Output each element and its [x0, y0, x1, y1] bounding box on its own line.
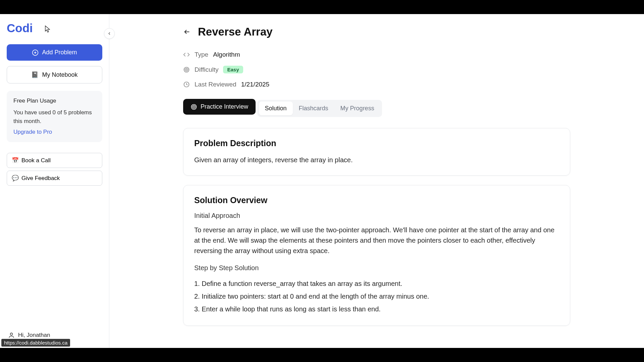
book-call-label: Book a Call: [21, 157, 51, 164]
notebook-label: My Notebook: [42, 71, 77, 78]
notebook-icon: 📓: [31, 71, 39, 78]
reviewed-value: 1/21/2025: [241, 81, 270, 88]
notebook-button[interactable]: 📓 My Notebook: [7, 66, 102, 83]
plus-circle-icon: [32, 49, 39, 56]
status-url-tooltip: https://codi.dabblestudios.ca: [1, 339, 70, 347]
add-problem-label: Add Problem: [42, 49, 77, 56]
steps-label: Step by Step Solution: [194, 264, 559, 272]
page-title: Reverse Array: [198, 25, 273, 38]
book-call-button[interactable]: 📅 Book a Call: [7, 153, 102, 168]
step-2: 2. Initialize two pointers: start at 0 a…: [194, 290, 559, 303]
meta-difficulty: Difficulty Easy: [183, 66, 570, 73]
user-icon: [8, 332, 15, 339]
step-3: 3. Enter a while loop that runs as long …: [194, 303, 559, 315]
sidebar: Codi Add Problem 📓 My Notebook Free Plan…: [0, 14, 109, 348]
tabs: Solution Flashcards My Progress: [257, 100, 382, 117]
upgrade-link[interactable]: Upgrade to Pro: [13, 129, 96, 135]
solution-heading: Solution Overview: [194, 195, 559, 205]
approach-label: Initial Approach: [194, 212, 559, 220]
calendar-icon: 📅: [12, 157, 19, 164]
collapse-sidebar-button[interactable]: [104, 28, 115, 39]
logo[interactable]: Codi: [7, 21, 102, 35]
meta-type: Type Algorithm: [183, 51, 570, 58]
practice-interview-button[interactable]: Practice Interview: [183, 99, 256, 115]
code-icon: [183, 51, 190, 58]
practice-label: Practice Interview: [201, 103, 248, 110]
plan-text: You have used 0 of 5 problems this month…: [13, 108, 96, 125]
problem-heading: Problem Description: [194, 138, 559, 148]
solution-overview-card: Solution Overview Initial Approach To re…: [183, 185, 570, 326]
tab-solution[interactable]: Solution: [259, 102, 293, 115]
tab-flashcards[interactable]: Flashcards: [293, 102, 334, 115]
svg-point-3: [10, 333, 13, 335]
clock-icon: [183, 81, 190, 88]
reviewed-label: Last Reviewed: [195, 81, 236, 88]
type-label: Type: [195, 51, 208, 58]
feedback-label: Give Feedback: [21, 175, 60, 182]
chevron-left-icon: [107, 31, 112, 36]
target-icon: [183, 66, 190, 73]
meta-reviewed: Last Reviewed 1/21/2025: [183, 81, 570, 88]
plan-title: Free Plan Usage: [13, 98, 96, 104]
difficulty-label: Difficulty: [195, 66, 218, 73]
feedback-button[interactable]: 💬 Give Feedback: [7, 171, 102, 186]
difficulty-badge: Easy: [223, 66, 243, 73]
type-value: Algorithm: [213, 51, 240, 58]
back-button[interactable]: [183, 28, 191, 36]
add-problem-button[interactable]: Add Problem: [7, 44, 102, 61]
plan-usage-card: Free Plan Usage You have used 0 of 5 pro…: [7, 91, 102, 142]
tab-progress[interactable]: My Progress: [334, 102, 380, 115]
step-1: 1. Define a function reverse_array that …: [194, 277, 559, 290]
svg-point-11: [194, 107, 194, 107]
problem-body: Given an array of integers, reverse the …: [194, 155, 559, 165]
approach-body: To reverse an array in place, we will us…: [194, 225, 559, 256]
target-icon: [191, 104, 197, 110]
svg-point-7: [186, 69, 187, 70]
speech-icon: 💬: [12, 175, 19, 182]
main-content: Reverse Array Type Algorithm Difficulty …: [109, 14, 644, 348]
user-greeting: Hi, Jonathan: [18, 332, 50, 339]
problem-description-card: Problem Description Given an array of in…: [183, 128, 570, 176]
